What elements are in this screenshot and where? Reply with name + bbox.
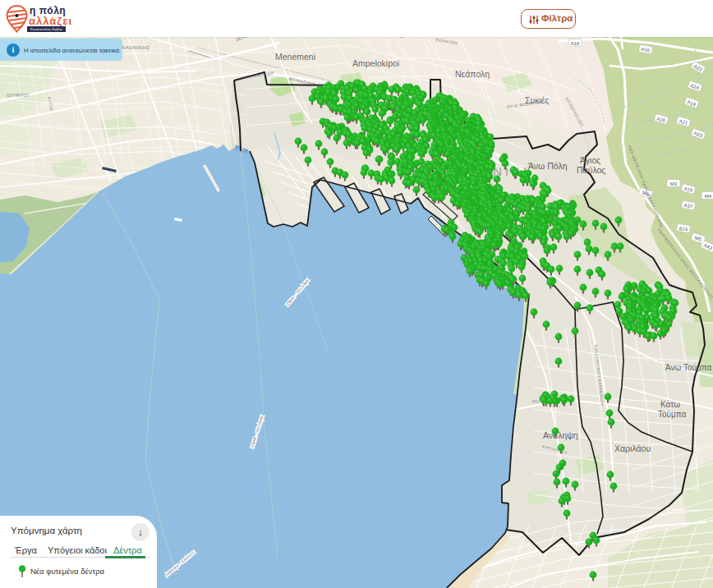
svg-text:Χαριλάου: Χαριλάου	[614, 443, 651, 453]
svg-text:Άνω Πόλη: Άνω Πόλη	[528, 161, 568, 171]
svg-text:Menemeni: Menemeni	[275, 52, 315, 62]
svg-text:ΑΛΟΝΙΚΗΣ: ΑΛΟΝΙΚΗΣ	[122, 45, 150, 50]
svg-text:Ampelokipoi: Ampelokipoi	[352, 58, 399, 68]
svg-text:M4: M4	[705, 194, 712, 199]
svg-text:ΟΛΥΜΠΟΥ: ΟΛΥΜΠΟΥ	[7, 93, 30, 98]
svg-text:Ανάληψη: Ανάληψη	[543, 430, 578, 440]
svg-text:Νεάπολη: Νεάπολη	[455, 69, 490, 79]
svg-text:Παύλος: Παύλος	[577, 165, 605, 175]
svg-text:Άγιος: Άγιος	[580, 155, 600, 165]
svg-text:Άνω Τούμπα: Άνω Τούμπα	[665, 363, 711, 372]
svg-text:A16: A16	[571, 41, 580, 46]
svg-text:Τούμπα: Τούμπα	[658, 410, 687, 419]
svg-text:M3: M3	[670, 181, 678, 186]
svg-text:Κάτω: Κάτω	[660, 400, 680, 409]
